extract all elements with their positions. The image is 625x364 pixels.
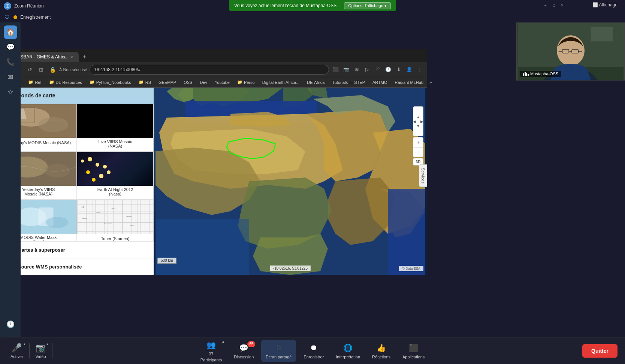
zoom-chat-icon[interactable]: 💬: [4, 40, 17, 54]
earth-night-thumbnail: [77, 152, 153, 186]
screen-share-button[interactable]: 🖥 Écran partagé: [261, 340, 296, 362]
scale-bar: 500 km: [157, 258, 176, 264]
video-expand-arrow[interactable]: ▲: [46, 342, 49, 346]
maximize-button[interactable]: □: [551, 2, 557, 8]
interpretation-label: Interprétation: [336, 355, 360, 359]
display-options-button[interactable]: Options d'affichage ▾: [344, 2, 391, 9]
nav-right-arrow[interactable]: ▶: [420, 119, 423, 124]
taskbar-left-controls: 🎤 Activer ▲ 📷 Vidéo ▲: [7, 341, 54, 361]
map-main[interactable]: Menu ▲ ◀ ▶ ▼ + − 3D: [154, 76, 427, 275]
applications-button[interactable]: ⬛ Applications: [398, 340, 429, 362]
bookmarks-more-button[interactable]: »: [428, 80, 434, 85]
map-card-viirs-live[interactable]: Live VIIRS Mosaic(NASA): [77, 104, 154, 152]
bar4: [528, 74, 529, 76]
download-icon[interactable]: ⬇: [394, 65, 403, 74]
tab-bar: 🔴 MISBAR - GMES & Africa ✕ +: [0, 49, 427, 62]
bookmark-geemap[interactable]: GEEMAP: [156, 78, 179, 87]
profile-icon[interactable]: 👤: [405, 65, 414, 74]
extensions-icon[interactable]: ⬛: [331, 65, 340, 74]
zoom-clock-icon[interactable]: 🕐: [4, 318, 17, 331]
video-name-badge: Mustapha-OSS: [520, 71, 561, 77]
map-card-earth-night[interactable]: Earth At Night 2012(Nasa): [77, 152, 154, 200]
nav-down-arrow[interactable]: ▼: [416, 124, 420, 128]
svg-rect-31: [591, 27, 613, 42]
bookmark-digital-earth[interactable]: Digital Earth Africa...: [259, 78, 303, 87]
bookmark-rs[interactable]: 📁RS: [136, 78, 154, 87]
bookmark-dl[interactable]: 📁DL-Resources: [46, 78, 85, 87]
maps-grid: Yesterday's MODIS Mosaic (NASA) Live VII…: [0, 104, 154, 241]
zoom-phone-icon[interactable]: 📞: [4, 55, 17, 69]
video-participant-thumbnail: Mustapha-OSS: [516, 22, 625, 81]
reload-button[interactable]: ↺: [25, 65, 34, 74]
mic-icon: 🎤: [12, 343, 22, 353]
recording-bar: 🛡 Enregistrement: [0, 12, 55, 22]
zoom-in-button[interactable]: +: [413, 137, 423, 147]
bookmark-de-africa[interactable]: DE-Africa: [304, 78, 327, 87]
menu-icon[interactable]: ⋮: [415, 65, 424, 74]
play-icon[interactable]: ▷: [363, 65, 372, 74]
bookmark-icon[interactable]: ♡: [373, 65, 382, 74]
cartes-section: ⊞ Cartes à superposer: [0, 241, 154, 258]
bookmark-radiant[interactable]: Radiant MLHub: [392, 78, 426, 87]
audio-bars: [523, 72, 529, 76]
bookmark-oss[interactable]: OSS: [181, 78, 195, 87]
nav-up-arrow[interactable]: ▲: [416, 115, 420, 119]
tab-close-button[interactable]: ✕: [69, 54, 74, 60]
new-tab-button[interactable]: +: [79, 52, 90, 62]
video-toggle-button[interactable]: 📷 Vidéo ▲: [33, 341, 49, 361]
wms-section: + Source WMS personnalisée: [0, 258, 154, 275]
map-thumb-toner: Ag Batna Skikda Annaba Tébessa Constanti…: [77, 200, 153, 234]
toner-label: Toner (Stamen): [77, 234, 153, 241]
fonds-de-carte-header[interactable]: ⊞ Fonds de carte: [0, 87, 154, 104]
services-button[interactable]: Services: [419, 164, 427, 187]
screenshot-icon[interactable]: 📷: [342, 65, 351, 74]
grid-button[interactable]: ⊞: [37, 65, 46, 74]
participants-icon: 👥: [206, 340, 216, 350]
discussion-badge: 65: [247, 341, 255, 347]
participants-expand[interactable]: ▲: [221, 340, 225, 343]
history-icon[interactable]: 🕐: [384, 65, 393, 74]
interpretation-button[interactable]: 🌐 Interprétation: [331, 340, 365, 362]
participants-button[interactable]: 👥 37 Participants ▲: [196, 337, 226, 364]
bookmark-ref[interactable]: 📁Ref: [25, 78, 44, 87]
record-button[interactable]: ⏺ Enregistrer: [299, 340, 328, 362]
bookmark-dev[interactable]: Dev: [197, 78, 210, 87]
quit-button[interactable]: Quitter: [582, 344, 618, 358]
applications-label: Applications: [402, 355, 425, 359]
map-zoom-control: + −: [413, 137, 423, 157]
security-button[interactable]: 🔒: [48, 65, 57, 74]
recording-text: Enregistrement: [20, 15, 51, 20]
wms-header[interactable]: + Source WMS personnalisée: [0, 258, 154, 275]
bar1: [523, 73, 524, 76]
browser-action-icons: ⬛ 📷 ≋ ▷ ♡ 🕐 ⬇ 👤 ⋮: [331, 65, 424, 74]
mute-button[interactable]: 🎤 Activer ▲: [7, 341, 26, 361]
close-button[interactable]: ✕: [559, 2, 565, 8]
bookmark-youtube[interactable]: Youtube: [212, 78, 233, 87]
zoom-star-icon[interactable]: ☆: [4, 85, 17, 99]
affichage-button[interactable]: ⬜ Affichage: [592, 2, 618, 7]
bookmarks-bar: 📁TSA 📁Ref 📁DL-Resources 📁Pyhton_Notebook…: [0, 77, 427, 88]
fonds-de-carte-title: Fonds de carte: [18, 92, 55, 98]
discussion-button[interactable]: 💬 65 Discussion: [229, 340, 258, 362]
svg-rect-32: [594, 42, 613, 63]
mute-expand-arrow[interactable]: ▲: [23, 342, 26, 346]
map-navigation-control[interactable]: ▲ ◀ ▶ ▼: [413, 106, 423, 136]
map-card-toner[interactable]: Ag Batna Skikda Annaba Tébessa Constanti…: [77, 200, 154, 241]
bar2: [525, 72, 526, 76]
reactions-button[interactable]: 👍 Réactions: [368, 340, 395, 362]
zoom-mail-icon[interactable]: ✉: [4, 70, 17, 84]
bookmark-perso[interactable]: 📁Perso: [234, 78, 258, 87]
bookmark-pyhton[interactable]: 📁Pyhton_Notebooks: [87, 78, 134, 87]
participants-label: Participants: [200, 358, 222, 362]
nav-left-arrow[interactable]: ◀: [413, 119, 416, 124]
svg-point-11: [46, 217, 69, 228]
flow-icon[interactable]: ≋: [352, 65, 361, 74]
minimize-button[interactable]: −: [543, 2, 549, 8]
scale-label: 500 km: [161, 258, 173, 263]
cartes-header[interactable]: ⊞ Cartes à superposer: [0, 242, 154, 258]
zoom-out-button[interactable]: −: [413, 148, 423, 157]
bookmark-artmo[interactable]: ARTMO: [369, 78, 390, 87]
zoom-home-icon[interactable]: 🏠: [4, 25, 17, 39]
address-input[interactable]: [90, 65, 329, 75]
bookmark-tutorials[interactable]: Tutorials — STEP: [329, 78, 368, 87]
